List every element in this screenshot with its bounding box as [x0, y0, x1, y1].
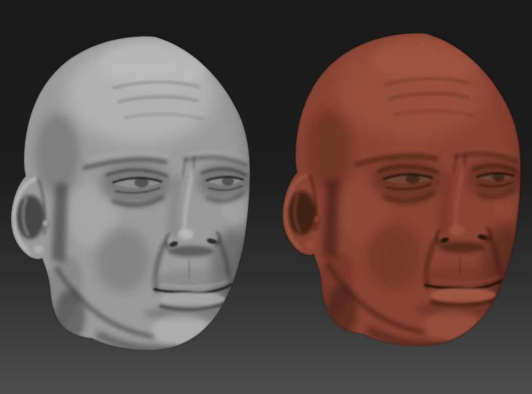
sculpt-head-right[interactable]: [281, 31, 532, 355]
sculpt-canvas: [0, 0, 532, 394]
sculpt-head-left[interactable]: [9, 34, 265, 359]
sculpt-viewport[interactable]: [0, 0, 532, 394]
